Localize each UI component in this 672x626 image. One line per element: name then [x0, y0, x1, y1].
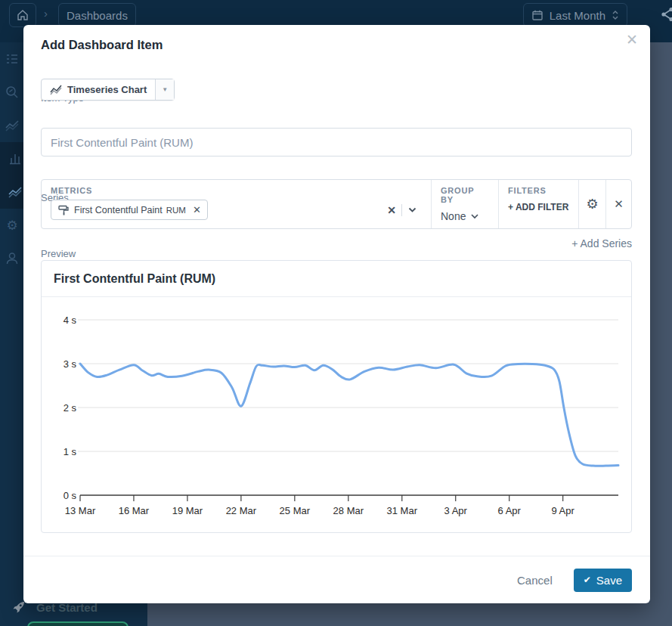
calendar-icon: [531, 9, 543, 21]
share-button[interactable]: [660, 6, 672, 23]
item-type-caret[interactable]: ▼: [155, 79, 174, 100]
breadcrumb[interactable]: Dashboards: [58, 3, 136, 27]
logs-icon: [5, 51, 20, 67]
svg-text:16 Mar: 16 Mar: [119, 505, 150, 516]
get-started-cta[interactable]: [27, 621, 129, 626]
check-icon: ✔: [584, 575, 591, 585]
modal-footer: Cancel ✔ Save: [23, 556, 650, 603]
time-range-label: Last Month: [550, 9, 605, 22]
add-filter-button[interactable]: + ADD FILTER: [508, 202, 569, 212]
paint-roller-icon: [57, 204, 70, 216]
breadcrumb-separator: ›: [44, 7, 48, 20]
groupby-dropdown[interactable]: None: [441, 210, 489, 222]
series-remove-button[interactable]: ✕: [606, 180, 631, 228]
metrics-divider: [401, 204, 402, 216]
timeseries-chart: 0 s1 s2 s3 s4 s13 Mar16 Mar19 Mar22 Mar2…: [42, 297, 631, 533]
save-button[interactable]: ✔ Save: [574, 569, 632, 592]
item-type-dropdown[interactable]: Timeseries Chart ▼: [41, 79, 175, 101]
timeseries-chart-icon: [50, 84, 62, 96]
svg-text:3 s: 3 s: [63, 358, 77, 370]
close-icon: ✕: [614, 197, 624, 211]
svg-text:9 Apr: 9 Apr: [551, 505, 574, 516]
svg-text:31 Mar: 31 Mar: [387, 505, 418, 516]
metrics-clear-icon[interactable]: ✕: [387, 204, 396, 216]
svg-text:3 Apr: 3 Apr: [444, 505, 468, 516]
explore-icon: [5, 85, 20, 100]
save-button-label: Save: [596, 574, 622, 587]
title-input[interactable]: [41, 128, 632, 156]
svg-text:0 s: 0 s: [63, 490, 77, 501]
metric-chip-remove-icon[interactable]: ✕: [193, 204, 201, 215]
svg-text:6 Apr: 6 Apr: [498, 505, 522, 516]
item-type-value: Timeseries Chart: [67, 84, 147, 95]
chevron-down-icon[interactable]: [407, 205, 417, 215]
integrations-icon: ⚙: [5, 218, 20, 234]
caret-updown-icon: [612, 10, 619, 20]
series-settings-button[interactable]: ⚙: [579, 180, 605, 228]
svg-text:13 Mar: 13 Mar: [65, 505, 96, 516]
metric-chip-name: First Contentful Paint: [74, 205, 163, 215]
dashboards-icon: [5, 118, 20, 133]
svg-text:19 Mar: 19 Mar: [172, 505, 203, 516]
series-groupby-cell: GROUP BY None: [432, 180, 498, 228]
add-series-link[interactable]: + Add Series: [571, 237, 632, 249]
svg-text:28 Mar: 28 Mar: [333, 505, 364, 516]
breadcrumb-label: Dashboards: [67, 9, 128, 22]
preview-chart-title: First Contentful Paint (RUM): [54, 272, 215, 286]
time-range-picker[interactable]: Last Month: [523, 3, 627, 27]
svg-text:22 Mar: 22 Mar: [226, 505, 257, 516]
caret-down-icon: ▼: [162, 86, 168, 93]
cancel-button[interactable]: Cancel: [517, 574, 553, 587]
series-row: METRICS First Contentful Paint RUM ✕ ✕: [41, 179, 632, 229]
home-button[interactable]: [9, 3, 36, 27]
series-metrics-cell: METRICS First Contentful Paint RUM ✕ ✕: [42, 180, 431, 228]
svg-text:4 s: 4 s: [63, 315, 77, 326]
share-icon: [660, 6, 672, 23]
modal-title: Add Dashboard Item: [41, 38, 163, 52]
chevron-down-icon: [470, 212, 479, 221]
series-filters-cell: FILTERS + ADD FILTER: [499, 180, 578, 228]
svg-text:1 s: 1 s: [63, 446, 77, 457]
gear-icon: ⚙: [586, 196, 598, 212]
add-dashboard-item-modal: ✕ Add Dashboard Item Item Type Timeserie…: [23, 25, 650, 603]
home-icon: [16, 8, 29, 22]
filters-header: FILTERS: [508, 186, 569, 195]
metric-chip-suffix: RUM: [166, 206, 186, 215]
groupby-header: GROUP BY: [441, 186, 489, 204]
timeseries-icon: [8, 185, 22, 199]
metric-chip[interactable]: First Contentful Paint RUM ✕: [51, 200, 208, 220]
groupby-value: None: [441, 210, 466, 222]
barchart-icon: [8, 152, 22, 166]
close-icon[interactable]: ✕: [626, 31, 638, 48]
preview-card: First Contentful Paint (RUM) 0 s1 s2 s3 …: [41, 260, 632, 533]
account-icon: [5, 251, 20, 266]
preview-label: Preview: [41, 248, 76, 259]
svg-text:25 Mar: 25 Mar: [280, 505, 311, 516]
svg-text:2 s: 2 s: [63, 402, 77, 414]
metrics-header: METRICS: [51, 186, 422, 195]
